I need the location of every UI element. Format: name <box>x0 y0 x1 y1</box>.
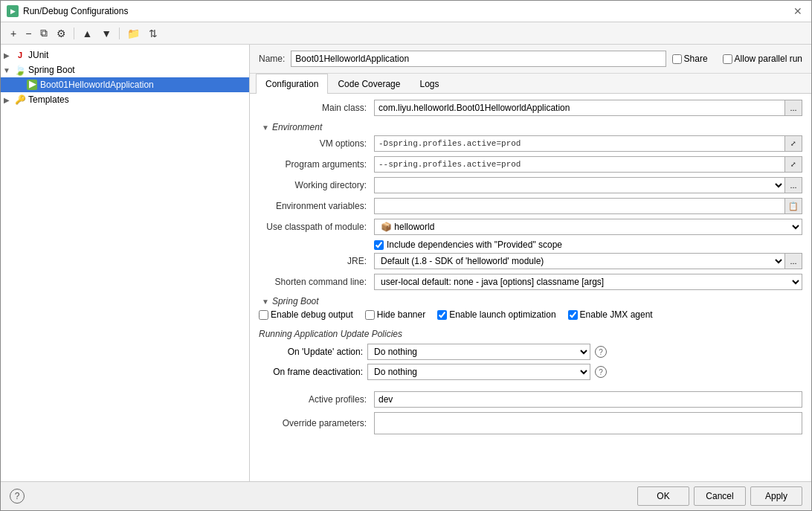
share-checkbox-label: Share <box>672 54 708 64</box>
boot01-icon: ▶ <box>26 79 38 91</box>
copy-config-button[interactable]: ⧉ <box>36 25 51 42</box>
title-bar-left: ▶ Run/Debug Configurations <box>7 5 128 17</box>
sort-button[interactable]: ⇅ <box>145 25 161 42</box>
spring-boot-collapse[interactable]: ▼ <box>262 298 269 306</box>
tree-item-boot01[interactable]: ▶ Boot01HelloworldApplication <box>1 77 249 92</box>
override-params-control <box>374 412 802 434</box>
tab-code-coverage[interactable]: Code Coverage <box>328 74 410 94</box>
allow-parallel-text: Allow parallel run <box>735 54 802 64</box>
main-class-input[interactable] <box>374 100 784 116</box>
move-up-button[interactable]: ▲ <box>78 25 96 42</box>
toolbar-separator-2 <box>119 28 120 39</box>
env-vars-control: 📋 <box>374 198 802 214</box>
tab-configuration[interactable]: Configuration <box>256 74 328 94</box>
main-content: ▶ J JUnit ▼ 🍃 Spring Boot ▶ <box>1 45 811 481</box>
bottom-bar-left: ? <box>10 489 633 504</box>
bottom-bar: ? OK Cancel Apply <box>1 481 811 510</box>
dialog-icon: ▶ <box>7 5 19 17</box>
spring-boot-icon: 🍃 <box>14 64 26 76</box>
include-deps-row: Include dependencies with "Provided" sco… <box>374 240 802 250</box>
include-deps-label: Include dependencies with "Provided" sco… <box>387 240 562 250</box>
expand-templates: ▶ <box>1 96 13 104</box>
name-input[interactable] <box>291 51 666 67</box>
working-dir-control: ... <box>374 177 802 193</box>
tree-item-junit[interactable]: ▶ J JUnit <box>1 48 249 62</box>
spring-boot-checkboxes: Enable debug output Hide banner Enable l… <box>259 309 802 320</box>
spring-boot-section-container: ▼ Spring Boot Enable debug output Hide b… <box>259 296 802 387</box>
tabs: Configuration Code Coverage Logs <box>250 74 811 94</box>
help-button[interactable]: ? <box>10 489 25 504</box>
settings-button[interactable]: ⚙ <box>53 25 70 42</box>
active-profiles-row: Active profiles: <box>259 391 802 408</box>
toolbar: + − ⧉ ⚙ ▲ ▼ 📁 ⇅ <box>1 22 811 45</box>
apply-button[interactable]: Apply <box>750 486 802 506</box>
env-vars-browse-button[interactable]: 📋 <box>784 198 802 214</box>
environment-section-header: ▼ Environment <box>259 122 802 132</box>
right-panel: Name: Share Allow parallel run Configura… <box>250 45 811 481</box>
add-config-button[interactable]: + <box>7 25 20 42</box>
enable-debug-checkbox[interactable] <box>259 310 268 320</box>
tree-item-spring-boot[interactable]: ▼ 🍃 Spring Boot <box>1 62 249 77</box>
enable-jmx-text: Enable JMX agent <box>580 309 653 320</box>
move-down-button[interactable]: ▼ <box>97 25 115 42</box>
expand-spring-boot: ▼ <box>1 66 13 74</box>
run-debug-dialog: ▶ Run/Debug Configurations ✕ + − ⧉ ⚙ ▲ ▼… <box>0 0 812 511</box>
remove-config-button[interactable]: − <box>22 25 35 42</box>
env-vars-input[interactable] <box>374 198 784 214</box>
enable-debug-label: Enable debug output <box>259 309 353 320</box>
on-update-label: On 'Update' action: <box>259 347 363 357</box>
working-dir-label: Working directory: <box>259 180 374 190</box>
allow-parallel-checkbox[interactable] <box>723 54 732 64</box>
svg-text:▶: ▶ <box>29 80 36 89</box>
active-profiles-input[interactable] <box>374 391 802 408</box>
hide-banner-checkbox[interactable] <box>365 310 375 320</box>
enable-jmx-checkbox[interactable] <box>568 310 578 320</box>
working-dir-select[interactable] <box>374 177 784 193</box>
main-class-control: ... <box>374 100 802 116</box>
share-label: Share <box>684 54 708 64</box>
enable-launch-checkbox[interactable] <box>437 310 447 320</box>
config-panel: Main class: ... ▼ Environment VM options… <box>250 94 811 481</box>
on-frame-row: On frame deactivation: Do nothing Update… <box>259 364 802 380</box>
folder-button[interactable]: 📁 <box>123 25 144 42</box>
working-dir-browse-button[interactable]: ... <box>784 177 802 193</box>
policies-title: Running Application Update Policies <box>259 329 402 339</box>
junit-icon: J <box>14 49 26 61</box>
on-frame-help-icon[interactable]: ? <box>595 366 607 378</box>
on-update-select[interactable]: Do nothing Update classes and resources … <box>367 344 590 360</box>
main-class-row: Main class: ... <box>259 100 802 116</box>
classpath-row: Use classpath of module: 📦 helloworld <box>259 219 802 235</box>
working-dir-row: Working directory: ... <box>259 177 802 193</box>
hide-banner-text: Hide banner <box>377 309 425 320</box>
main-class-browse-button[interactable]: ... <box>784 100 802 116</box>
tree-item-templates[interactable]: ▶ 🔑 Templates <box>1 92 249 107</box>
env-vars-row: Environment variables: 📋 <box>259 198 802 214</box>
spring-boot-section-title: Spring Boot <box>272 296 319 306</box>
classpath-label: Use classpath of module: <box>259 222 374 232</box>
cancel-button[interactable]: Cancel <box>694 486 746 506</box>
program-args-expand-button[interactable]: ⤢ <box>784 156 802 173</box>
jre-label: JRE: <box>259 256 374 266</box>
share-checkbox[interactable] <box>672 54 682 64</box>
program-args-input[interactable] <box>374 156 784 173</box>
vm-options-input[interactable] <box>374 135 784 152</box>
shorten-cmd-select[interactable]: user-local default: none - java [options… <box>374 274 802 290</box>
enable-debug-text: Enable debug output <box>271 309 353 320</box>
include-deps-checkbox[interactable] <box>374 240 384 250</box>
override-params-row: Override parameters: <box>259 412 802 434</box>
vm-options-expand-button[interactable]: ⤢ <box>784 135 802 152</box>
templates-icon: 🔑 <box>14 94 26 106</box>
tab-logs[interactable]: Logs <box>410 74 448 94</box>
classpath-select[interactable]: 📦 helloworld <box>374 219 802 235</box>
vm-options-control: ⤢ <box>374 135 802 152</box>
tree-label-boot01: Boot01HelloworldApplication <box>40 80 154 90</box>
environment-collapse[interactable]: ▼ <box>262 123 269 132</box>
on-frame-select[interactable]: Do nothing Update classes and resources … <box>367 364 590 380</box>
close-button[interactable]: ✕ <box>790 5 805 17</box>
jre-select[interactable]: Default (1.8 - SDK of 'helloworld' modul… <box>374 253 784 269</box>
override-params-table <box>374 412 802 434</box>
active-profiles-label: Active profiles: <box>259 394 374 405</box>
ok-button[interactable]: OK <box>637 486 689 506</box>
on-update-help-icon[interactable]: ? <box>595 346 607 358</box>
jre-browse-button[interactable]: ... <box>784 253 802 269</box>
